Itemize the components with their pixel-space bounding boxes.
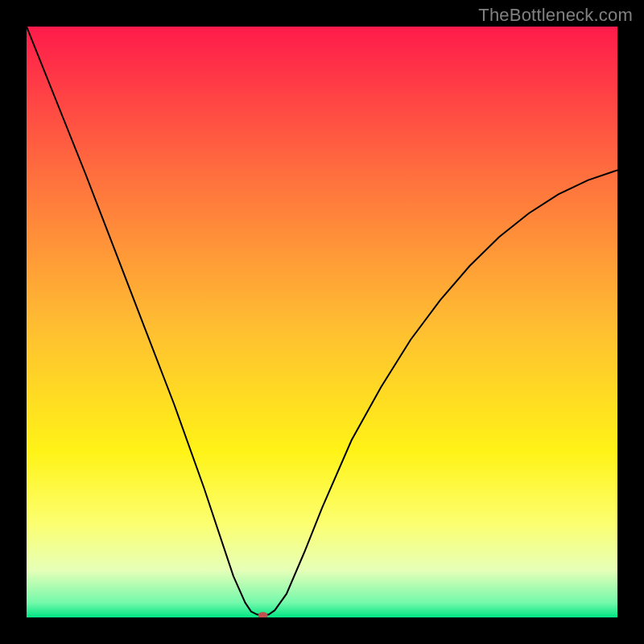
plot-svg (27, 27, 617, 617)
watermark-text: TheBottleneck.com (478, 5, 633, 26)
plot-area (27, 27, 617, 617)
gradient-background (27, 27, 617, 617)
chart-frame: TheBottleneck.com (0, 0, 644, 644)
